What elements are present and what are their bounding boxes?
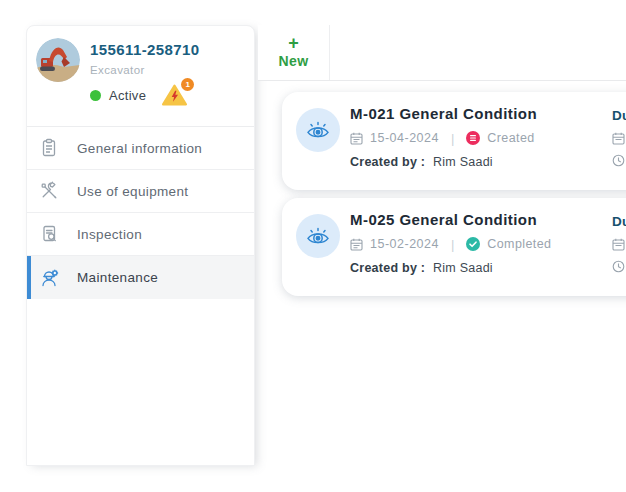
view-record-button[interactable] [296, 108, 340, 152]
view-record-button[interactable] [296, 214, 340, 258]
worker-gear-icon [39, 268, 59, 288]
card-main-info: M-025 General Condition 15-02-2024 | Com… [350, 211, 551, 275]
sidebar-item-maintenance[interactable]: Maintenance [27, 256, 254, 299]
excavator-photo [36, 38, 80, 82]
sidebar-item-inspection[interactable]: Inspection [27, 213, 254, 256]
meta-separator: | [451, 237, 454, 252]
calendar-icon [612, 238, 625, 251]
clipboard-icon [39, 138, 59, 158]
due-date-column: Du [612, 108, 626, 167]
new-maintenance-button[interactable]: + New [258, 25, 330, 80]
equipment-avatar [36, 38, 80, 82]
maintenance-title: M-025 General Condition [350, 211, 551, 228]
sidebar-item-use-of-equipment[interactable]: Use of equipment [27, 170, 254, 213]
maintenance-date: 15-04-2024 [370, 131, 439, 145]
maintenance-toolbar: + New [258, 25, 626, 81]
active-status-dot [90, 90, 101, 101]
meta-separator: | [451, 131, 454, 146]
status-label: Completed [487, 237, 551, 251]
due-date-column: Du [612, 214, 626, 273]
sidebar-item-general-information[interactable]: General information [27, 127, 254, 170]
calendar-icon [350, 238, 363, 251]
eye-icon [306, 226, 330, 246]
equipment-id: 155611-258710 [90, 41, 199, 58]
calendar-icon [350, 132, 363, 145]
completed-status-icon [466, 237, 480, 251]
maintenance-date: 15-02-2024 [370, 237, 439, 251]
equipment-profile: 155611-258710 Excavator Active 1 [27, 26, 254, 126]
maintenance-card[interactable]: M-025 General Condition 15-02-2024 | Com… [282, 198, 626, 296]
equipment-type: Excavator [90, 64, 199, 76]
inspection-document-icon [39, 224, 59, 244]
status-label: Created [487, 131, 534, 145]
sidebar-menu: General information Use of equipment Ins… [27, 126, 254, 299]
sidebar-item-label: Use of equipment [77, 184, 188, 199]
card-meta-row: 15-02-2024 | Completed [350, 237, 551, 251]
created-by-row: Created by : Rim Saadi [350, 261, 551, 275]
clock-icon [612, 260, 625, 273]
created-by-label: Created by : [350, 261, 425, 275]
equipment-sidebar: 155611-258710 Excavator Active 1 [26, 25, 255, 466]
maintenance-card[interactable]: M-021 General Condition 15-04-2024 | Cre… [282, 92, 626, 190]
calendar-icon [612, 132, 625, 145]
alert-count-badge: 1 [181, 78, 194, 91]
sidebar-item-label: General information [77, 141, 202, 156]
active-status-label: Active [109, 88, 146, 103]
sidebar-item-label: Inspection [77, 227, 142, 242]
tools-icon [39, 181, 59, 201]
eye-icon [306, 120, 330, 140]
card-meta-row: 15-04-2024 | Created [350, 131, 537, 145]
created-by-row: Created by : Rim Saadi [350, 155, 537, 169]
maintenance-title: M-021 General Condition [350, 105, 537, 122]
new-button-label: New [279, 53, 309, 69]
plus-icon: + [288, 36, 299, 50]
due-date-label: Du [612, 108, 626, 123]
created-status-icon [466, 131, 480, 145]
profile-info: 155611-258710 Excavator Active 1 [90, 38, 199, 126]
clock-icon [612, 154, 625, 167]
card-main-info: M-021 General Condition 15-04-2024 | Cre… [350, 105, 537, 169]
created-by-name: Rim Saadi [433, 261, 493, 275]
created-by-label: Created by : [350, 155, 425, 169]
alert-warning[interactable]: 1 [162, 84, 187, 106]
created-by-name: Rim Saadi [433, 155, 493, 169]
status-row: Active 1 [90, 84, 199, 106]
due-date-label: Du [612, 214, 626, 229]
sidebar-item-label: Maintenance [77, 270, 158, 285]
